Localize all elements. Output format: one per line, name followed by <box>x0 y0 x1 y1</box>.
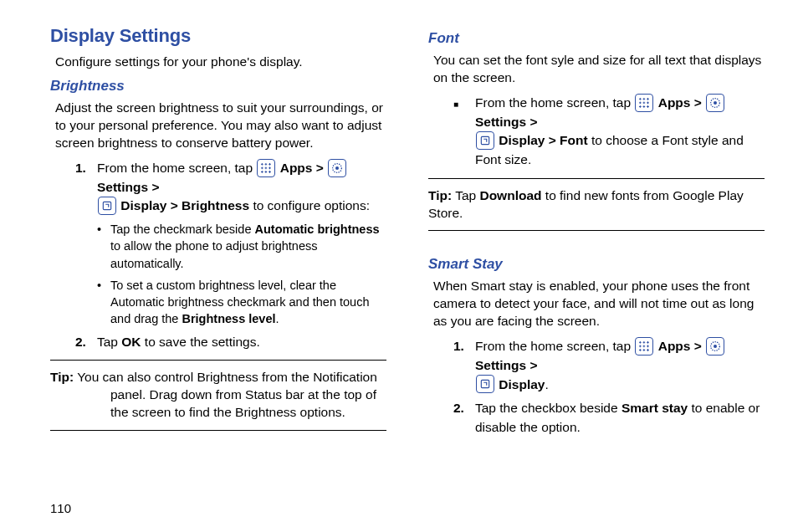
bold-text: OK <box>121 335 141 349</box>
smart-stay-desc: When Smart stay is enabled, your phone u… <box>433 278 765 330</box>
brightness-heading: Brightness <box>50 78 386 95</box>
display-icon <box>476 375 494 393</box>
step-content: From the home screen, tap Apps > Setting… <box>475 94 765 170</box>
path-label: Display <box>499 377 545 391</box>
step-number: 2. <box>75 333 97 351</box>
text: . <box>545 377 548 391</box>
divider <box>428 230 765 231</box>
brightness-tip: Tip: You can also control Brightness fro… <box>50 369 386 422</box>
brightness-step-2: 2. Tap OK to save the settings. <box>75 333 386 351</box>
svg-rect-5 <box>481 136 489 144</box>
font-step: ■ From the home screen, tap Apps > Setti… <box>453 94 765 170</box>
bullet-content: To set a custom brightness level, clear … <box>110 277 386 328</box>
text: Tap <box>452 188 479 202</box>
step-content: From the home screen, tap Apps > Setting… <box>97 159 386 216</box>
text: From the home screen, tap <box>475 339 634 353</box>
step-number: 2. <box>453 399 475 437</box>
font-tip: Tip: Tap Download to find new fonts from… <box>428 187 765 223</box>
text: Tap the checkmark beside <box>110 223 254 236</box>
tip-label: Tip: <box>428 188 452 202</box>
path-label: Display > Font <box>499 133 587 147</box>
settings-icon <box>706 337 724 356</box>
settings-icon <box>328 159 346 177</box>
font-heading: Font <box>428 30 765 47</box>
bullet-content: Tap the checkmark beside Automatic brigh… <box>110 221 386 272</box>
text: You can also control Brightness from the… <box>74 370 377 384</box>
smart-step-2: 2. Tap the checkbox beside Smart stay to… <box>453 399 765 437</box>
step-content: Tap OK to save the settings. <box>97 333 386 351</box>
bullet-marker: • <box>97 221 110 272</box>
left-column: Display Settings Configure settings for … <box>50 25 386 442</box>
svg-rect-2 <box>103 202 110 209</box>
square-bullet: ■ <box>453 94 475 170</box>
display-icon <box>476 131 494 150</box>
settings-label: Settings > <box>97 180 160 194</box>
brightness-bullet-1: • Tap the checkmark beside Automatic bri… <box>97 221 386 272</box>
text: From the home screen, tap <box>475 95 634 110</box>
divider <box>50 430 386 431</box>
settings-icon <box>706 94 724 112</box>
bold-text: Brightness level <box>182 312 275 325</box>
step-number: 1. <box>453 337 475 394</box>
text: to allow the phone to adjust brightness … <box>110 239 317 269</box>
brightness-bullet-2: • To set a custom brightness level, clea… <box>97 277 386 328</box>
text: Tap <box>97 335 121 349</box>
apps-label: Apps > <box>658 95 705 110</box>
smart-stay-heading: Smart Stay <box>428 256 765 273</box>
display-icon <box>98 197 116 215</box>
svg-rect-8 <box>481 381 489 388</box>
step-content: Tap the checkbox beside Smart stay to en… <box>475 399 765 437</box>
apps-icon <box>257 159 275 177</box>
step-content: From the home screen, tap Apps > Setting… <box>475 337 765 394</box>
svg-point-7 <box>714 345 717 348</box>
apps-label: Apps > <box>658 339 705 353</box>
bold-text: Smart stay <box>622 401 688 415</box>
bold-text: Download <box>479 188 541 202</box>
brightness-step-1: 1. From the home screen, tap Apps > Sett… <box>75 159 386 216</box>
section-intro: Configure settings for your phone's disp… <box>55 54 386 71</box>
bold-text: Automatic brightness <box>254 223 379 236</box>
brightness-desc: Adjust the screen brightness to suit you… <box>55 100 386 152</box>
apps-label: Apps > <box>280 161 327 175</box>
divider <box>50 360 386 361</box>
tip-label: Tip: <box>50 370 74 384</box>
text: to configure options: <box>253 198 370 212</box>
smart-step-1: 1. From the home screen, tap Apps > Sett… <box>453 337 765 394</box>
text: From the home screen, tap <box>97 161 256 175</box>
svg-point-1 <box>335 166 339 170</box>
text: panel. Drag down from Status bar at the … <box>50 386 386 422</box>
bullet-marker: • <box>97 277 110 328</box>
apps-icon <box>635 337 653 356</box>
section-heading: Display Settings <box>50 25 386 47</box>
text: Tap the checkbox beside <box>475 401 622 415</box>
apps-icon <box>635 94 653 112</box>
svg-point-4 <box>714 101 717 105</box>
settings-label: Settings > <box>475 115 538 129</box>
settings-label: Settings > <box>475 358 538 372</box>
right-column: Font You can set the font syle and size … <box>428 25 765 442</box>
page-columns: Display Settings Configure settings for … <box>50 25 765 442</box>
path-label: Display > Brightness <box>120 198 249 212</box>
text: to save the settings. <box>141 335 260 349</box>
page-number: 110 <box>50 501 71 515</box>
step-number: 1. <box>75 159 97 216</box>
divider <box>428 178 765 179</box>
font-desc: You can set the font syle and size for a… <box>433 52 765 87</box>
text: . <box>275 312 279 325</box>
